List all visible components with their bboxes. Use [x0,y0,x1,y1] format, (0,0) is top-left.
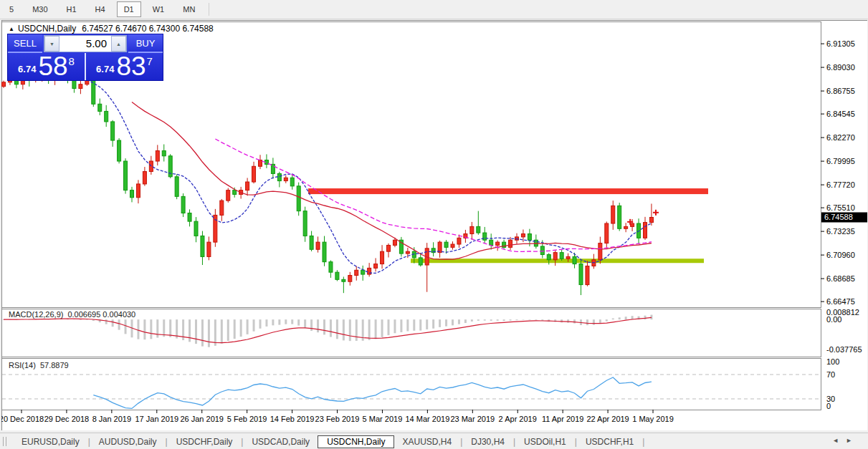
macd-histogram-bar [195,319,197,344]
candle-body [624,226,628,228]
macd-histogram-bar [163,319,165,337]
buy-button[interactable]: BUY [128,34,163,53]
chart-tab-usdoil[interactable]: USDOil,H1 [516,435,574,448]
candle [220,199,224,221]
candle-body [188,213,191,222]
candle [111,120,115,147]
tab-scroll-left-icon[interactable]: ◄ [832,437,846,444]
price-axis-label: 6.89030 [826,63,855,72]
candle-body [277,173,281,180]
current-price-label: 6.74588 [824,213,853,221]
chart-tab-audusd[interactable]: AUDUSD,Daily [91,435,165,448]
candle [483,227,487,243]
candle-body [348,276,352,282]
one-click-trading-widget: SELL ▼ 5.00 ▲ BUY 6.74 58 8 6.74 83 7 [7,34,163,81]
candle-body [381,251,384,264]
candle-body [335,272,339,279]
macd-histogram-bar [323,319,325,334]
macd-histogram-bar [189,319,191,342]
macd-histogram-bar [247,319,249,334]
macd-histogram-bar [336,319,338,339]
candle-body [586,266,589,284]
date-axis-label: 26 Jan 2019 [180,415,224,423]
candle [207,236,211,260]
candle-body [342,279,345,281]
candle [624,223,628,232]
candle-body [470,226,474,233]
price-axis[interactable]: 6.913056.890306.867556.845456.822706.799… [821,39,867,410]
macd-histogram-bar [80,319,82,320]
candle-body [406,251,409,254]
candle-body [252,166,256,182]
resistance-line[interactable] [308,188,708,194]
candle [361,266,365,281]
time-axis[interactable]: 20 Dec 201829 Dec 20188 Jan 201917 Jan 2… [1,410,674,423]
candle-body [528,234,531,241]
buy-price-sup: 7 [147,55,153,67]
macd-histogram-bar [388,319,390,335]
volume-input[interactable]: 5.00 [59,36,111,52]
chart-tab-usdchf[interactable]: USDCHF,Daily [168,435,241,448]
price-panel[interactable] [2,69,709,295]
macd-histogram-bar [586,319,588,325]
candles-group [2,69,654,295]
candle [264,154,268,168]
macd-histogram-bar [297,319,300,325]
candle-body [124,161,128,190]
ohlc-readout: 6.74527 6.74670 6.74300 6.74588 [82,24,214,34]
price-axis-label: 6.82270 [826,133,855,142]
candle-body [181,196,185,213]
macd-histogram-bar [201,319,204,346]
macd-histogram-bar [503,319,505,321]
macd-histogram-bar [458,319,460,324]
candle-body [233,190,237,195]
price-axis-label: 6.66475 [826,297,855,306]
macd-histogram-bar [381,319,383,337]
timeframe-button-d1[interactable]: D1 [117,1,141,17]
chart-tab-usdchf[interactable]: USDCHF,H1 [578,435,642,448]
volume-increase-button[interactable]: ▲ [111,36,126,52]
candle-body [136,184,140,198]
tab-scroll-right-icon[interactable]: ► [846,437,859,444]
sell-price-display[interactable]: 6.74 58 8 [8,53,85,80]
chart-tab-dj30[interactable]: DJ30,H4 [463,435,512,448]
price-chart[interactable]: 6.913056.890306.867556.845456.822706.799… [1,21,868,428]
candle-body [477,226,480,233]
chart-tab-usdcad[interactable]: USDCAD,Daily [244,435,318,448]
candle-body [573,256,576,264]
macd-histogram-bar [484,319,486,320]
macd-histogram-bar [625,317,627,319]
timeframe-button-5[interactable]: 5 [2,1,21,17]
rsi-line [93,377,652,408]
macd-histogram-bar [169,319,171,337]
timeframe-button-h1[interactable]: H1 [59,1,84,17]
timeframe-button-mn[interactable]: MN [176,1,202,17]
macd-histogram-bar [516,319,518,320]
price-axis-label: 6.73235 [826,227,855,236]
collapse-icon[interactable]: ▲ [9,26,14,32]
macd-values: 0.006695 0.004030 [67,310,135,319]
chart-tab-xauusd[interactable]: XAUUSD,H4 [394,435,459,448]
candle-body [553,253,557,260]
candle [323,236,326,266]
macd-histogram-bar [310,319,313,331]
chart-tab-usdcnh[interactable]: USDCNH,Daily [318,435,394,448]
timeframe-button-w1[interactable]: W1 [146,1,172,17]
buy-price-display[interactable]: 6.74 83 7 [85,53,163,80]
candle-body [579,264,583,285]
timeframe-button-h4[interactable]: H4 [88,1,113,17]
macd-histogram-bar [349,319,351,341]
candle-body [483,233,487,240]
candle [316,236,320,252]
candle-body [72,80,76,89]
candle [118,138,121,163]
macd-histogram-bar [535,319,537,320]
volume-decrease-button[interactable]: ▼ [44,36,59,52]
price-axis-label: 6.75510 [826,203,855,212]
candle-body [355,270,358,275]
macd-histogram-bar [419,319,421,330]
timeframe-button-m30[interactable]: M30 [25,1,54,17]
chart-tab-eurusd[interactable]: EURUSD,Daily [14,435,87,448]
sell-button[interactable]: SELL [8,34,42,53]
candle [342,276,345,293]
